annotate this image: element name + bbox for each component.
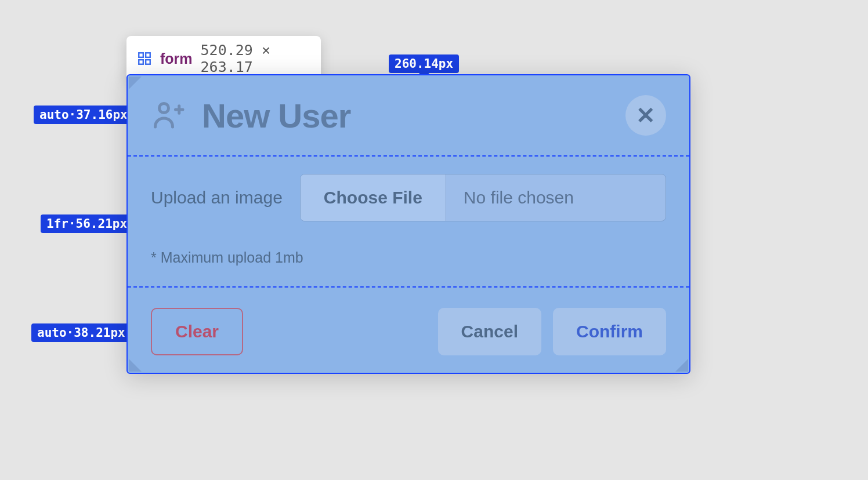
confirm-button[interactable]: Confirm xyxy=(553,308,666,355)
form-title: New User xyxy=(202,96,350,135)
grid-row3-size: auto·38.21px xyxy=(31,323,131,342)
grid-row2-size: 1fr·56.21px xyxy=(41,214,133,233)
cancel-button[interactable]: Cancel xyxy=(438,308,541,355)
tooltip-tagname: form xyxy=(160,50,193,67)
svg-rect-0 xyxy=(139,53,143,57)
form-header: New User ✕ xyxy=(128,75,689,155)
close-button[interactable]: ✕ xyxy=(625,95,666,136)
upload-section: Upload an image Choose File No file chos… xyxy=(128,155,689,286)
upload-label: Upload an image xyxy=(151,188,283,208)
svg-rect-2 xyxy=(139,60,143,64)
svg-rect-3 xyxy=(146,60,150,64)
grid-icon xyxy=(137,51,152,66)
grid-row1-size: auto·37.16px xyxy=(34,106,133,124)
grid-column-size: 260.14px xyxy=(389,54,459,73)
tooltip-dimensions: 520.29 × 263.17 xyxy=(201,42,310,75)
clear-button[interactable]: Clear xyxy=(151,308,243,355)
file-status-text: No file chosen xyxy=(446,188,666,208)
upload-hint: * Maximum upload 1mb xyxy=(151,249,666,266)
new-user-form: New User ✕ Upload an image Choose File N… xyxy=(126,74,690,374)
close-icon: ✕ xyxy=(636,102,656,129)
svg-rect-1 xyxy=(146,53,150,57)
svg-point-4 xyxy=(160,104,169,113)
choose-file-button[interactable]: Choose File xyxy=(301,174,446,221)
file-input[interactable]: Choose File No file chosen xyxy=(300,174,666,221)
form-actions: Clear Cancel Confirm xyxy=(128,286,689,375)
add-user-icon xyxy=(151,98,186,133)
